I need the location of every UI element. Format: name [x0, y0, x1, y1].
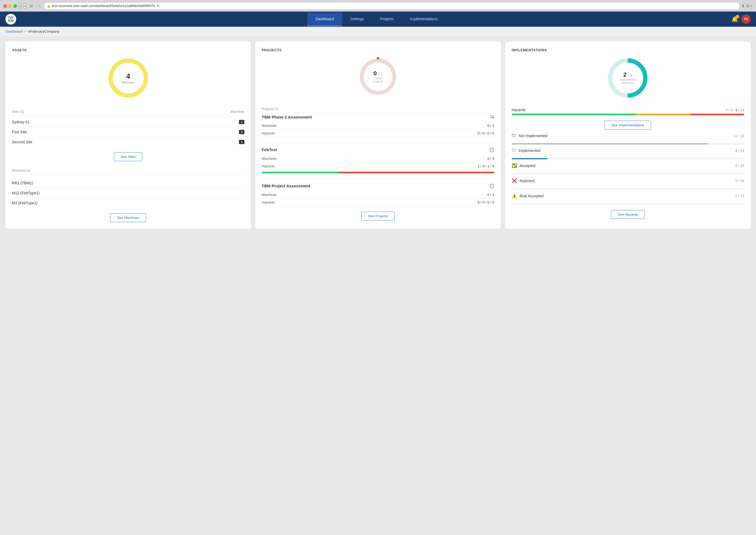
impl-donut: 2 / 4 ImplementedMachines — [606, 56, 649, 99]
hazards-value-tbm-phase2: 0 / 0 / 0 / 0 — [478, 131, 494, 135]
see-projects-button[interactable]: See Projects — [361, 211, 395, 220]
see-hazards-button[interactable]: See Hazards — [611, 210, 645, 219]
nav-projects[interactable]: Projects — [372, 13, 402, 26]
assets-donut-container: 4 Machines — [12, 56, 244, 99]
site-count-sydney: 1 — [239, 120, 244, 124]
machines-list: RR1 (TBM1) M12 (FebType1) M3 (FebType1) — [12, 178, 244, 208]
projects-donut: 0 / 7 ClosedProjects — [358, 56, 398, 97]
user-avatar[interactable]: TU — [741, 14, 751, 24]
project-detail-machines-tbm-project: Machines 0 / 1 — [262, 191, 494, 199]
minimize-button[interactable] — [8, 4, 12, 8]
impl-row-rejected: ❌ Rejected 0 / 13 — [512, 174, 744, 187]
sidebar-button[interactable]: ⊟ — [28, 3, 35, 9]
sites-header-label: Sites (3) — [12, 110, 24, 114]
machine-name-rr1: RR1 (TBM1) — [12, 181, 33, 185]
url-text: test-mcomone.tuev-sued.com/dashboard/5e6… — [52, 4, 155, 8]
notification-badge — [736, 15, 739, 19]
breadcrumb-current: AFebruaryCompany — [28, 29, 59, 34]
x-circle-icon: ❌ — [512, 178, 517, 183]
machines-value-febtest: 0 / 3 — [487, 156, 494, 161]
more-button[interactable]: + — [751, 4, 753, 8]
hazards-label: Hazards — [512, 108, 526, 112]
project-detail-hazards-febtest: Hazards 1 / 0 / 1 / 4 — [262, 162, 494, 170]
address-bar[interactable]: 🔒 test-mcomone.tuev-sued.com/dashboard/5… — [44, 3, 739, 9]
projects-donut-center: 0 / 7 ClosedProjects — [373, 70, 383, 83]
nav-dashboard[interactable]: Dashboard — [307, 13, 342, 26]
project-detail-hazards-tbm-phase2: Hazards 0 / 0 / 0 / 0 — [262, 129, 494, 137]
implemented-count: 2 / 13 — [735, 149, 744, 153]
project-item-tbm-project: TBM Project Assessment 📋 Machines 0 / 1 … — [262, 183, 494, 206]
impl-row-implemented: 🛡 Implemented 2 / 13 — [512, 144, 744, 157]
projects-donut-fraction: 0 / 7 — [373, 70, 383, 77]
nav-implementations[interactable]: Implementations — [402, 13, 446, 26]
hazards-counts: 7 / 3 / 3 / 13 — [725, 108, 744, 112]
check-circle-icon: ✅ — [512, 163, 517, 168]
app-header: TÜVSÜD Dashboard Settings Projects Imple… — [0, 12, 756, 27]
not-implemented-count: 11 / 13 — [733, 134, 744, 138]
machines-header-label: Machines (4) — [12, 169, 31, 173]
projects-section-label: Projects (7) — [262, 107, 278, 111]
header-actions: 🔔 TU — [731, 14, 751, 24]
main-content: ASSETS 4 Machines Sites (3) Machines Syd… — [0, 36, 756, 234]
machines-label-febtest: Machines — [262, 156, 277, 161]
maximize-button[interactable] — [14, 4, 17, 8]
impl-row-accepted: ✅ Accepted 0 / 13 — [512, 159, 744, 172]
machines-header-label: Machines — [231, 110, 244, 114]
back-button[interactable]: ‹ — [19, 4, 21, 9]
assets-donut-center: 4 Machines — [122, 72, 134, 84]
project-name-tbm-phase2: TBM Phase 2 Assessment 🗂 — [262, 114, 494, 119]
hazards-value-tbm-project: 0 / 0 / 0 / 0 — [478, 200, 494, 204]
machine-row-m12: M12 (FebType1) — [12, 188, 244, 198]
projects-donut-label: ClosedProjects — [373, 77, 383, 83]
see-sites-button[interactable]: See Sites — [114, 152, 143, 161]
hazards-bar-red — [690, 114, 744, 115]
see-machines-button[interactable]: See Machines — [110, 213, 146, 222]
accepted-count: 0 / 13 — [735, 164, 744, 168]
hazard-bar-red-febtest — [339, 172, 494, 173]
refresh-button[interactable]: ↻ — [157, 4, 160, 8]
notification-bell[interactable]: 🔔 — [731, 16, 738, 22]
nav-tabs: Dashboard Settings Projects Implementati… — [22, 13, 731, 26]
hazards-bar — [512, 114, 744, 115]
forward-button[interactable]: › — [23, 4, 26, 9]
hazards-label-tbm-phase2: Hazards — [262, 131, 275, 135]
rejected-label: Rejected — [520, 179, 535, 183]
hazards-label-febtest: Hazards — [262, 164, 275, 168]
hazard-bar-febtest — [262, 172, 494, 173]
home-button[interactable]: ⌂ — [37, 3, 42, 9]
lock-icon: 🔒 — [47, 5, 50, 8]
share-button[interactable]: ⬆ — [741, 4, 745, 8]
hazards-bar-yellow — [637, 114, 690, 115]
breadcrumb-home[interactable]: Dashboard — [5, 29, 23, 34]
close-button[interactable] — [3, 4, 7, 8]
logo: TÜVSÜD — [5, 14, 16, 25]
nav-settings[interactable]: Settings — [342, 13, 372, 26]
see-implementations-button[interactable]: See Implementations — [604, 121, 651, 129]
project-title-febtest: FebTest — [262, 147, 277, 152]
assets-card: ASSETS 4 Machines Sites (3) Machines Syd… — [5, 42, 251, 229]
implementations-card: IMPLEMENTATIONS 2 / 4 ImplementedMachine… — [505, 42, 751, 229]
site-count-first: 2 — [239, 130, 244, 134]
assets-donut: 4 Machines — [107, 56, 150, 99]
risk-accepted-label: Risk Accepted — [520, 194, 544, 198]
site-row-first: First Site 2 — [12, 127, 244, 137]
project-detail-machines-tbm-phase2: Machines 0 / 1 — [262, 122, 494, 129]
shield-icon: 🛡 — [512, 133, 516, 138]
sites-header: Sites (3) Machines — [12, 108, 244, 116]
hazards-summary: Hazards 7 / 3 / 3 / 13 — [512, 108, 744, 112]
machines-header: Machines (4) — [12, 167, 244, 175]
file-icon: 🗂 — [490, 114, 494, 119]
machines-label-tbm-project: Machines — [262, 193, 277, 197]
assets-donut-value: 4 — [122, 72, 134, 81]
tab-button[interactable]: ⧉ — [746, 4, 749, 8]
project-name-tbm-project: TBM Project Assessment 📋 — [262, 183, 494, 188]
project-title-tbm-project: TBM Project Assessment — [262, 183, 310, 188]
risk-accepted-progress-bg — [512, 204, 744, 205]
impl-row-risk-accepted: ⚠️ Risk Accepted 0 / 13 — [512, 189, 744, 203]
accepted-label: Accepted — [520, 164, 536, 168]
browser-chrome: ‹ › ⊟ ⌂ 🔒 test-mcomone.tuev-sued.com/das… — [0, 0, 756, 12]
machines-label-tbm-phase2: Machines — [262, 124, 277, 128]
implementations-title: IMPLEMENTATIONS — [512, 48, 744, 52]
breadcrumb-separator: > — [24, 29, 26, 34]
machines-value-tbm-project: 0 / 1 — [487, 193, 494, 197]
